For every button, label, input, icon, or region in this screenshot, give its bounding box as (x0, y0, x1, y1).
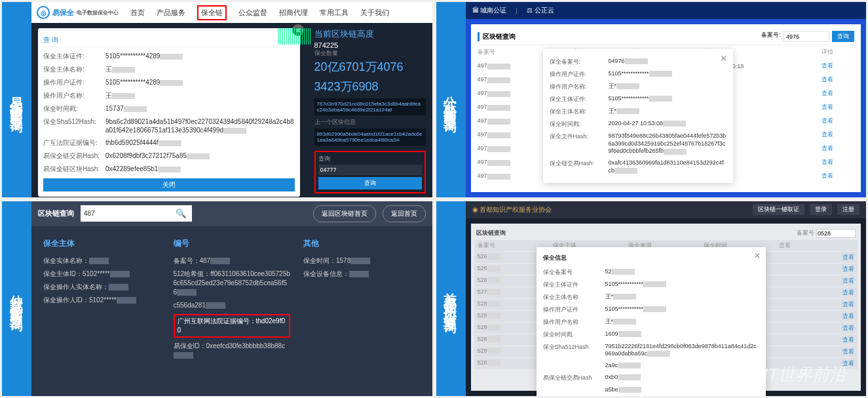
popup-label: 保全Sha512Hash (543, 343, 605, 358)
cell-id: 526 (478, 253, 517, 262)
popup-row: 保全链交易Hash:0xafc4136360969fa1d83110e84153… (550, 157, 726, 176)
search-label: 备案号: (761, 31, 781, 42)
modal-close-button[interactable]: 关闭 (43, 178, 295, 191)
close-icon[interactable]: ✕ (720, 53, 728, 64)
detail-row: 保全主体名称:王 (43, 63, 295, 76)
view-link[interactable]: 查看 (842, 348, 854, 356)
row-value: 9ba6c2d89021a4da51b497f0ec2270324394d584… (105, 117, 295, 134)
view-link[interactable]: 查看 (842, 277, 854, 285)
popup-row: 保全主体名称王* (543, 291, 759, 304)
detail-row: 保全实体名称： (43, 254, 160, 268)
row-label: 操作用户证件: (43, 78, 105, 87)
q4-search-input[interactable] (816, 229, 856, 238)
popup-label: 操作用户名称 (543, 318, 605, 327)
nav-agent[interactable]: 招商代理 (279, 8, 308, 18)
view-link[interactable]: 查看 (842, 289, 854, 297)
view-link[interactable]: 查看 (842, 324, 854, 332)
row-value: 15737 (105, 104, 295, 113)
row-value: thb6d59025f4444f (105, 138, 295, 148)
popup-value: 04976 (609, 58, 726, 66)
q3-sidebar-label: 仲裁委官网查询 (2, 201, 31, 397)
popup-value: 98793f849e88c26b43805fae0444fefe572b3b6a… (609, 132, 726, 155)
popup-row: 保全主体名称:王* (550, 106, 726, 118)
nav-chain[interactable]: 保全链 (197, 5, 227, 20)
row-value: 5105**********4289 (105, 52, 295, 61)
col-number: 编号 备案号：487512哈希值：ff06311063610cee305725b… (174, 238, 291, 362)
popup-label: 保全主体证件 (543, 281, 605, 289)
nav-home[interactable]: 首页 (130, 8, 145, 18)
q4-detail-popup: ✕ 保全信息 保全备案号52保全主体证件5105***********保全主体名… (537, 247, 766, 397)
view-link[interactable]: 查看 (819, 128, 857, 142)
view-link[interactable]: 查看 (842, 300, 854, 309)
nav-products[interactable]: 产品服务 (157, 8, 185, 18)
q1-result-modal: ✕ 查 询 保全主体证件:5105**********4289保全主体名称:王操… (38, 28, 300, 197)
popup-value: a5be (605, 386, 759, 394)
view-link[interactable]: 查看 (819, 142, 857, 155)
login-button[interactable]: 登录 (810, 204, 832, 215)
q1-logo: ◎ 易保全 电子数据保全中心 (37, 6, 119, 19)
popup-value: 1609 (605, 330, 759, 339)
popup-label (543, 362, 605, 370)
back-chain-button[interactable]: 返回区块链首页 (313, 205, 376, 222)
q1-sidebar-label: 易保全官网查询 (2, 2, 31, 197)
q2-search-input[interactable] (783, 31, 829, 42)
wave-graphic (278, 28, 311, 45)
q3-search-input[interactable] (81, 205, 170, 222)
q4-sidebar-label: 首都知产协会查询 (436, 201, 466, 397)
register-button[interactable]: 注册 (837, 204, 859, 215)
detail-row: 保全Sha512Hash:9ba6c2d89021a4da51b497f0ec2… (43, 115, 295, 136)
q4-query-title: 区块链查询 (476, 229, 506, 238)
search-label: 查询 (318, 155, 422, 163)
close-icon[interactable]: ✕ (754, 251, 761, 260)
evidence-button[interactable]: 区块链一键取证 (753, 204, 804, 215)
q2-topbar: 🏛 城南公证 | ⚖ 公正云 (466, 2, 867, 19)
cell-id: 528 (478, 336, 517, 344)
view-link[interactable]: 查看 (819, 73, 857, 87)
q1-search-area: 查询 查询 (314, 151, 426, 193)
row-label: 保全Sha512Hash: (43, 117, 105, 134)
view-link[interactable]: 查看 (819, 114, 857, 128)
cell-id: 528 (478, 312, 517, 321)
view-link[interactable]: 查看 (819, 87, 857, 100)
q2-query-header: 区块链查询 备案号: 查询 (475, 28, 858, 45)
detail-row: 保全时间：1578 (303, 254, 421, 268)
popup-row: 保全备案号:04976 (550, 56, 726, 68)
cell-id: 528 (478, 300, 517, 309)
modal-title: 查 询 (43, 33, 295, 47)
view-link[interactable]: 查看 (819, 155, 857, 169)
popup-value: 7951b22226f2181e4fd298cb0f063de9878b411a… (605, 343, 759, 358)
nav-tools[interactable]: 常用工具 (320, 8, 349, 18)
detail-row: c556da281 (174, 299, 291, 312)
detail-row: 保全操作人实体名称： (43, 281, 160, 294)
view-link[interactable]: 查看 (819, 59, 857, 73)
view-link[interactable]: 查看 (842, 312, 854, 321)
hash-display1: 767d3b970d21cc08c015efa3c3d8b4aab6feac24… (314, 98, 426, 115)
back-home-button[interactable]: 返回首页 (383, 205, 426, 222)
q1-search-button[interactable]: 查询 (318, 177, 422, 189)
popup-row: 操作用户名称王* (543, 316, 759, 328)
popup-label: 易保全链交易Hash (543, 374, 605, 382)
col-subject: 保全主体 保全实体名称：保全主体ID：5102*****保全操作人实体名称：保全… (43, 238, 160, 362)
detail-row: 易保全链交易Hash:0x6208f9dbf3c27212f75a85 (43, 149, 295, 163)
view-link[interactable]: 查看 (819, 100, 857, 114)
view-link[interactable]: 查看 (842, 359, 854, 368)
row-value: 5105**********4289 (105, 78, 295, 87)
popup-row: 保全主体证件5105*********** (543, 279, 759, 291)
q1-search-input[interactable] (318, 165, 422, 175)
view-link[interactable]: 查看 (842, 336, 854, 344)
search-icon[interactable]: 🔍 (170, 205, 192, 222)
detail-row: 备案号：487 (174, 254, 291, 268)
q1-side-panel: 当前区块链高度 874225 保全数量 20亿6701万4076 3423万69… (314, 28, 426, 193)
detail-row: 512哈希值：ff06311063610cee305725b6c655cd25e… (174, 268, 291, 299)
nav-about[interactable]: 关于我们 (360, 8, 389, 18)
popup-value: 王* (609, 83, 726, 91)
q2-search-button[interactable]: 查询 (832, 31, 854, 42)
count-label: 保全数量 (314, 49, 426, 58)
popup-value: 2a9c (605, 362, 759, 370)
popup-value: 5105*********** (605, 281, 759, 289)
view-link[interactable]: 查看 (842, 265, 854, 273)
nav-public[interactable]: 公众监督 (238, 8, 267, 18)
detail-row: 易保全链区块Hash:0x42289efee85b1 (43, 163, 295, 176)
view-link[interactable]: 查看 (842, 253, 854, 262)
view-link[interactable]: 查看 (819, 169, 857, 183)
